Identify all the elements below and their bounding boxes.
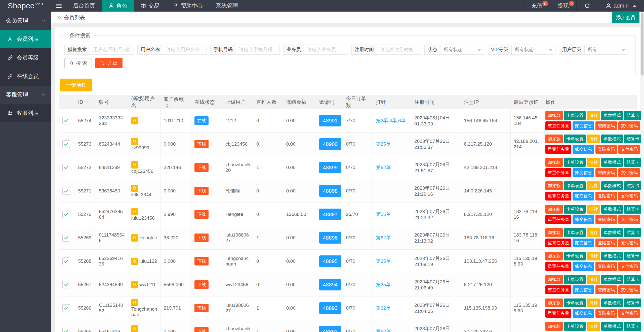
action-button-重置任务量[interactable]: 重置任务量: [545, 309, 571, 318]
action-button-账变信息[interactable]: 账变信息: [573, 215, 594, 224]
action-button-清针[interactable]: 清针: [587, 322, 600, 331]
action-button-账变信息[interactable]: 账变信息: [573, 309, 594, 318]
action-button-支付密码[interactable]: 支付密码: [618, 168, 640, 177]
row-checkbox[interactable]: [62, 211, 70, 218]
needle-link[interactable]: 第25单: [376, 282, 391, 287]
action-button-账变信息[interactable]: 账变信息: [573, 285, 594, 294]
action-button-加扣款[interactable]: 加扣款: [545, 298, 563, 307]
needle-link[interactable]: 第62单: [376, 165, 391, 170]
action-button-登陆密码[interactable]: 登陆密码: [595, 121, 617, 130]
action-button-登陆密码[interactable]: 登陆密码: [595, 192, 617, 201]
refresh-button[interactable]: [576, 0, 598, 12]
action-button-结算卡[interactable]: 结算卡: [624, 228, 641, 237]
action-button-重置任务量[interactable]: 重置任务量: [545, 215, 571, 224]
action-button-加扣款[interactable]: 加扣款: [545, 228, 563, 237]
needle-link[interactable]: 第62单: [376, 235, 391, 240]
action-button-加扣款[interactable]: 加扣款: [545, 181, 563, 190]
row-checkbox[interactable]: [62, 117, 70, 124]
action-button-单数模式[interactable]: 单数模式: [601, 111, 623, 120]
action-button-账变信息[interactable]: 账变信息: [573, 145, 594, 154]
filter-select-6[interactable]: 所有状态: [440, 45, 484, 55]
action-button-账变信息[interactable]: 账变信息: [573, 168, 594, 177]
action-button-单数模式[interactable]: 单数模式: [601, 322, 623, 331]
action-button-结算卡[interactable]: 结算卡: [624, 298, 641, 307]
row-checkbox[interactable]: [62, 140, 70, 148]
needle-link[interactable]: 第25单: [376, 141, 391, 147]
action-button-单数模式[interactable]: 单数模式: [601, 181, 623, 190]
action-button-单数模式[interactable]: 单数模式: [601, 228, 623, 237]
action-button-结算卡[interactable]: 结算卡: [624, 205, 641, 214]
action-button-结算卡[interactable]: 结算卡: [624, 252, 641, 260]
invite-code-button[interactable]: 48897: [319, 209, 341, 220]
action-button-登陆密码[interactable]: 登陆密码: [595, 262, 617, 271]
action-button-重置任务量[interactable]: 重置任务量: [545, 145, 571, 154]
action-button-登陆密码[interactable]: 登陆密码: [595, 168, 617, 177]
action-button-卡单设置[interactable]: 卡单设置: [564, 111, 586, 120]
clear-needle-button[interactable]: 一键清针: [60, 79, 92, 91]
action-button-加扣款[interactable]: 加扣款: [545, 158, 563, 167]
invite-code-button[interactable]: 48901: [319, 115, 341, 126]
action-button-清针[interactable]: 清针: [587, 228, 600, 237]
action-button-登陆密码[interactable]: 登陆密码: [595, 215, 617, 224]
sidebar-item-在线会员[interactable]: 在线会员: [0, 67, 51, 86]
user-menu[interactable]: admin: [598, 0, 644, 12]
action-button-清针[interactable]: 清针: [587, 135, 600, 143]
action-button-卡单设置[interactable]: 卡单设置: [564, 275, 586, 284]
needle-link[interactable]: 第2单,4单,6单: [376, 118, 406, 123]
sidebar-section-1[interactable]: 会员管理: [0, 12, 51, 30]
sidebar-item-客服列表[interactable]: 客服列表: [0, 104, 51, 122]
needle-link[interactable]: 第25单: [376, 258, 391, 264]
action-button-卡单设置[interactable]: 卡单设置: [564, 205, 586, 214]
add-member-button[interactable]: 添加会员: [612, 12, 639, 23]
filter-input-1[interactable]: [90, 45, 134, 55]
action-button-账变信息[interactable]: 账变信息: [573, 239, 594, 247]
needle-link[interactable]: 第62单: [376, 329, 391, 332]
sidebar-section-2[interactable]: 客服管理: [0, 86, 51, 104]
sidebar-item-会员列表[interactable]: 会员列表: [0, 30, 51, 48]
menu-toggle-icon[interactable]: [51, 0, 66, 12]
action-button-支付密码[interactable]: 支付密码: [618, 121, 640, 130]
needle-link[interactable]: 第25单: [376, 212, 391, 217]
action-button-登陆密码[interactable]: 登陆密码: [595, 309, 617, 318]
action-button-清针[interactable]: 清针: [587, 252, 600, 260]
action-button-结算卡[interactable]: 结算卡: [624, 181, 641, 190]
action-button-单数模式[interactable]: 单数模式: [601, 252, 623, 260]
search-button[interactable]: 搜 索: [64, 58, 92, 68]
action-button-支付密码[interactable]: 支付密码: [618, 285, 640, 294]
needle-link[interactable]: 第62单: [376, 305, 391, 311]
action-button-登陆密码[interactable]: 登陆密码: [595, 145, 617, 154]
action-button-加扣款[interactable]: 加扣款: [545, 205, 563, 214]
row-checkbox[interactable]: [62, 328, 70, 332]
action-button-重置任务量[interactable]: 重置任务量: [545, 285, 571, 294]
action-button-加扣款[interactable]: 加扣款: [545, 275, 563, 284]
sort-icon[interactable]: [166, 104, 169, 108]
action-button-清针[interactable]: 清针: [587, 181, 600, 190]
filter-input-2[interactable]: [163, 45, 207, 55]
action-button-单数模式[interactable]: 单数模式: [601, 205, 623, 214]
row-checkbox[interactable]: [62, 281, 70, 288]
action-button-支付密码[interactable]: 支付密码: [618, 309, 640, 318]
action-button-加扣款[interactable]: 加扣款: [545, 135, 563, 143]
action-button-结算卡[interactable]: 结算卡: [624, 111, 641, 120]
action-button-卡单设置[interactable]: 卡单设置: [564, 252, 586, 260]
action-button-重置任务量[interactable]: 重置任务量: [545, 262, 571, 271]
action-button-账变信息[interactable]: 账变信息: [573, 121, 594, 130]
action-button-卡单设置[interactable]: 卡单设置: [564, 322, 586, 331]
action-button-账变信息[interactable]: 账变信息: [573, 262, 594, 271]
action-button-重置任务量[interactable]: 重置任务量: [545, 239, 571, 247]
action-button-加扣款[interactable]: 加扣款: [545, 322, 563, 331]
scrollbar-thumb[interactable]: [641, 13, 643, 76]
action-button-单数模式[interactable]: 单数模式: [601, 135, 623, 143]
top-nav-item-1[interactable]: 后台首页: [66, 0, 102, 12]
filter-input-3[interactable]: [236, 45, 280, 55]
filter-input-5[interactable]: [377, 45, 421, 55]
row-checkbox[interactable]: [62, 234, 70, 242]
invite-code-button[interactable]: 48895: [319, 255, 341, 267]
top-nav-item-5[interactable]: 系统管理: [209, 0, 245, 12]
action-button-账变信息[interactable]: 账变信息: [573, 192, 594, 201]
action-button-单数模式[interactable]: 单数模式: [601, 298, 623, 307]
action-button-重置任务量[interactable]: 重置任务量: [545, 168, 571, 177]
action-button-单数模式[interactable]: 单数模式: [601, 158, 623, 167]
action-button-登陆密码[interactable]: 登陆密码: [595, 285, 617, 294]
action-button-卡单设置[interactable]: 卡单设置: [564, 181, 586, 190]
